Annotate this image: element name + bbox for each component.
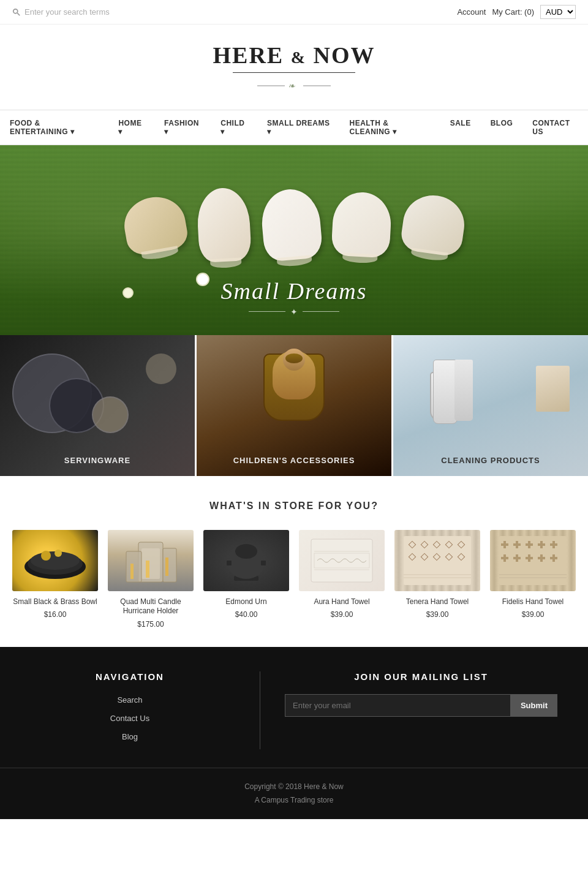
featured-section: WHAT'S IN STORE FOR YOU? Small Black & B… [0,476,588,647]
cart-label[interactable]: My Cart: (0) [492,7,534,17]
footer-nav-links: Search Contact Us Blog [31,694,229,742]
svg-point-20 [235,544,257,559]
search-placeholder-text: Enter your search terms [24,7,110,17]
product-illustration-urn [203,530,289,591]
bonnet-3 [259,187,323,262]
bonnet-4 [331,191,392,259]
footer-mailing-title: JOIN OUR MAILING LIST [285,671,557,682]
product-illustration-aura-towel [299,530,385,591]
product-name-tenera-hand-towel: Tenera Hand Towel [394,597,480,607]
currency-selector[interactable]: AUD USD GBP EUR [540,5,576,19]
copyright-line2: A Campus Trading store [12,794,576,807]
mailing-form: Submit [285,694,557,717]
footer-link-search[interactable]: Search [117,695,142,705]
footer-navigation: NAVIGATION Search Contact Us Blog [31,671,241,749]
hero-flower-1 [123,287,134,298]
product-image-fidelis-hand-towel [490,530,576,591]
product-image-quad-multi-candle-hurricane-holder [108,530,194,591]
product-price-quad-multi-candle-hurricane-holder: $175.00 [108,620,194,629]
nav-item-food-entertaining[interactable]: FOOD & ENTERTAINING ▾ [0,110,108,145]
hero-divider-line-left [249,311,285,312]
svg-rect-21 [227,561,232,565]
svg-rect-49 [538,543,545,546]
product-price-tenera-hand-towel: $39.00 [394,610,480,619]
svg-rect-55 [513,557,521,559]
hero-divider: ✦ [221,307,368,317]
product-card-tenera-hand-towel[interactable]: Tenera Hand Towel $39.00 [394,530,480,629]
products-row: Small Black & Brass Bowl $16.00 Quad Mul… [12,530,576,629]
svg-rect-11 [141,548,160,579]
footer-nav-title: NAVIGATION [31,671,229,682]
product-illustration-bowl [12,530,98,591]
hero-banner: Small Dreams ✦ [0,145,588,335]
nav-item-child[interactable]: CHILD ▾ [211,110,257,145]
footer-link-blog[interactable]: Blog [122,732,138,741]
copyright-section: Copyright © 2018 Here & Now A Campus Tra… [0,768,588,819]
nav-item-sale[interactable]: SALE [440,110,481,136]
nav-item-home[interactable]: HOME ▾ [108,110,154,145]
logo-text: HERE & NOW [213,43,375,69]
svg-rect-22 [261,561,266,565]
nav-item-health-cleaning[interactable]: HEALTH & CLEANING ▾ [340,110,440,145]
logo-divider [233,72,355,73]
svg-point-8 [41,551,51,561]
product-image-edmond-urn [203,530,289,591]
footer-mailing: JOIN OUR MAILING LIST Submit [279,671,557,749]
footer-link-contact[interactable]: Contact Us [110,714,149,723]
bowl-decoration [146,353,176,384]
product-name-edmond-urn: Edmond Urn [203,597,289,607]
product-image-tenera-hand-towel [394,530,480,591]
footer-divider [260,671,260,749]
product-card-edmond-urn[interactable]: Edmond Urn $40.00 [203,530,289,629]
hero-text-overlay: Small Dreams ✦ [221,278,368,335]
footer: NAVIGATION Search Contact Us Blog JOIN O… [0,647,588,768]
product-price-fidelis-hand-towel: $39.00 [490,610,576,619]
svg-rect-14 [146,561,149,578]
product-card-small-black-brass-bowl[interactable]: Small Black & Brass Bowl $16.00 [12,530,98,629]
svg-text:❧: ❧ [288,81,295,91]
category-servingware[interactable]: SERVINGWARE [0,335,195,476]
product-illustration-hurricane [108,530,194,591]
plate-small [92,396,129,433]
nav-item-small-dreams[interactable]: SMALL DREAMS ▾ [257,110,340,145]
nav-item-contact-us[interactable]: CONTACT US [522,110,588,145]
category-cleaning-products[interactable]: CLEANING PRODUCTS [391,335,588,476]
account-link[interactable]: Account [457,7,486,17]
svg-point-9 [55,550,62,557]
product-image-small-black-brass-bowl [12,530,98,591]
email-input[interactable] [285,694,511,717]
product-card-quad-multi-candle-hurricane-holder[interactable]: Quad Multi Candle Hurricane Holder $175.… [108,530,194,629]
product-price-edmond-urn: $40.00 [203,610,289,619]
footer-link-item-blog: Blog [31,731,229,742]
category-label-servingware: SERVINGWARE [0,456,195,465]
product-illustration-tenera-towel [394,530,480,591]
product-card-fidelis-hand-towel[interactable]: Fidelis Hand Towel $39.00 [490,530,576,629]
spray-bottle-secondary [454,360,473,421]
svg-rect-43 [501,543,508,546]
category-label-cleaning-products: CLEANING PRODUCTS [393,456,588,465]
svg-rect-47 [526,543,533,546]
product-image-aura-hand-towel [299,530,385,591]
logo-area: HERE & NOW ❧ [0,25,588,110]
nav-item-fashion[interactable]: FASHION ▾ [154,110,211,145]
search-area[interactable]: Enter your search terms [12,7,110,17]
svg-rect-12 [126,551,141,582]
hero-flower-2 [196,273,209,286]
product-name-small-black-brass-bowl: Small Black & Brass Bowl [12,597,98,607]
submit-button[interactable]: Submit [511,694,557,717]
top-bar: Enter your search terms Account My Cart:… [0,0,588,25]
svg-rect-53 [501,557,508,559]
nav-item-blog[interactable]: BLOG [481,110,523,136]
hero-divider-line-right [303,311,339,312]
top-right: Account My Cart: (0) AUD USD GBP EUR [457,5,576,19]
svg-rect-51 [550,543,557,546]
logo[interactable]: HERE & NOW ❧ [213,43,375,97]
spray-bottle-main [433,360,458,424]
category-childrens-accessories[interactable]: CHILDREN'S ACCESSORIES [195,335,391,476]
product-card-aura-hand-towel[interactable]: Aura Hand Towel $39.00 [299,530,385,629]
featured-section-title: WHAT'S IN STORE FOR YOU? [12,501,576,512]
hero-title: Small Dreams [221,278,368,304]
svg-rect-13 [163,548,176,582]
bonnet-5 [399,192,467,258]
svg-rect-45 [513,543,521,546]
